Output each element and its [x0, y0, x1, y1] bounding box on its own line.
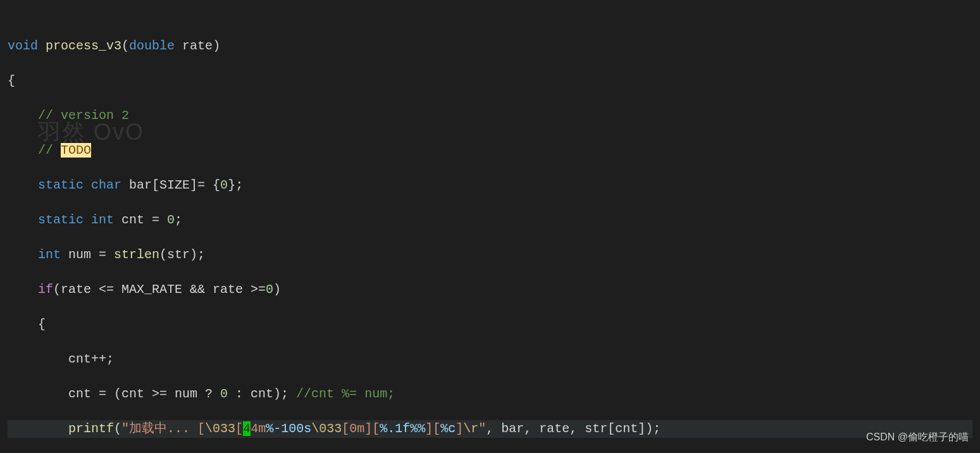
- code-line: static int cnt = 0;: [8, 211, 972, 229]
- code-line-active: printf("加载中... [\033[44m%-100s\033[0m][%…: [8, 420, 972, 438]
- code-line: // TODO: [8, 142, 972, 159]
- todo-highlight: TODO: [61, 143, 91, 158]
- code-line: static char bar[SIZE]= {0};: [8, 177, 972, 194]
- code-line: {: [8, 72, 972, 90]
- code-line: cnt = (cnt >= num ? 0 : cnt); //cnt %= n…: [8, 385, 972, 403]
- text-cursor: 4: [243, 421, 251, 436]
- watermark-text: 羽然 OvO: [38, 123, 144, 141]
- code-line: void process_v3(double rate): [8, 37, 972, 55]
- code-line: cnt++;: [8, 351, 972, 368]
- code-editor[interactable]: 羽然 OvO void process_v3(double rate) { //…: [0, 0, 980, 453]
- code-line: if(rate <= MAX_RATE && rate >=0): [8, 281, 972, 299]
- code-line: {: [8, 316, 972, 333]
- code-line: int num = strlen(str);: [8, 246, 972, 264]
- code-line: // version 2: [8, 107, 972, 125]
